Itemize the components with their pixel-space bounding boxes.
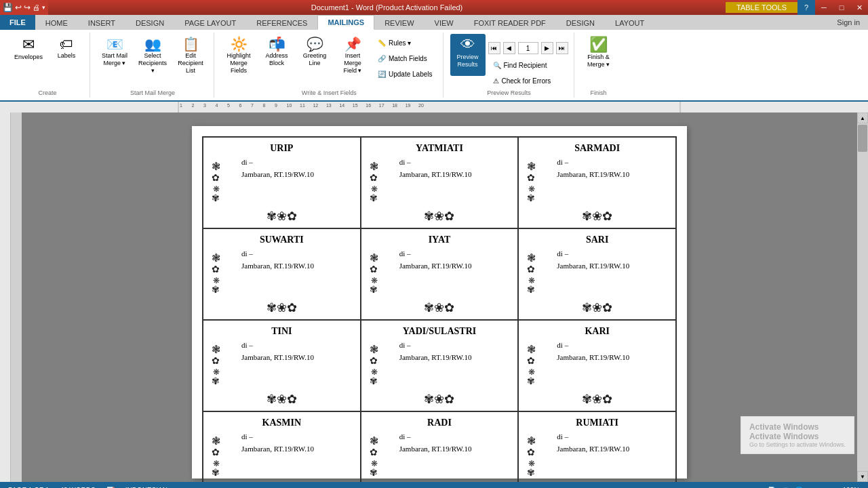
select-recipients-button[interactable]: 👥 SelectRecipients ▾ <box>135 34 170 76</box>
edit-recipient-icon: 📋 <box>182 37 199 51</box>
check-errors-icon: ⚠ <box>493 77 499 85</box>
start-mail-merge-button[interactable]: 📧 Start MailMerge ▾ <box>97 34 132 76</box>
ribbon-group-create: ✉ Envelopes 🏷 Labels Create <box>5 33 90 98</box>
greeting-line-button[interactable]: 💬 GreetingLine <box>297 34 332 76</box>
nav-next-button[interactable]: ▶ <box>541 42 553 54</box>
card-bottom-decoration: ✾❀✿ <box>267 300 297 315</box>
update-labels-button[interactable]: 🔄 Update Labels <box>373 66 437 81</box>
close-button[interactable]: ✕ <box>850 0 868 15</box>
vertical-scrollbar[interactable]: ▲ ▼ <box>857 113 868 482</box>
card-line2: Jambaran, RT.19/RW.10 <box>399 260 472 272</box>
card-rumiati: RUMIATI ❃ ✿ ❋ ✾ di – Jambaran, RT.19/RW.… <box>518 411 676 482</box>
card-text: di – Jambaran, RT.19/RW.10 <box>241 340 314 363</box>
address-block-button[interactable]: 📬 AddressBlock <box>259 34 294 76</box>
nav-last-button[interactable]: ⏭ <box>556 42 568 54</box>
card-body: ❃ ✿ ❋ ✾ di – Jambaran, RT.19/RW.10 <box>370 157 510 207</box>
scroll-down-button[interactable]: ▼ <box>857 471 868 482</box>
card-line1: di – <box>399 157 472 169</box>
qa-dropdown[interactable]: ▾ <box>42 4 45 11</box>
card-urip: URIP ❃ ✿ ❋ ✾ di – Jambaran, RT.19/RW.10 … <box>203 137 361 228</box>
card-line2: Jambaran, RT.19/RW.10 <box>557 169 629 181</box>
highlight-icon: 🔆 <box>231 37 248 51</box>
card-body: ❃ ✿ ❋ ✾ di – Jambaran, RT.19/RW.10 <box>370 248 510 299</box>
redo-icon[interactable]: ↪ <box>24 3 31 12</box>
card-line1: di – <box>557 431 629 443</box>
svg-text:✿: ✿ <box>212 264 220 274</box>
preview-results-button[interactable]: 👁 PreviewResults <box>450 34 486 76</box>
document-area: URIP ❃ ✿ ❋ ✾ di – Jambaran, RT.19/RW.10 … <box>0 113 868 482</box>
card-name: YADI/SULASTRI <box>403 326 476 337</box>
tab-layout[interactable]: LAYOUT <box>605 15 654 30</box>
svg-text:✾: ✾ <box>370 375 378 386</box>
print-icon[interactable]: 🖨 <box>33 3 40 12</box>
card-text: di – Jambaran, RT.19/RW.10 <box>399 157 472 180</box>
match-fields-button[interactable]: 🔗 Match Fields <box>373 51 437 66</box>
card-line2: Jambaran, RT.19/RW.10 <box>241 443 314 455</box>
start-mail-merge-icon: 📧 <box>106 37 123 51</box>
tab-review[interactable]: REVIEW <box>374 15 424 30</box>
status-bar: PAGE 1 OF 1 48 WORDS 📝 INDONESIAN 📄 📖 🌐 … <box>0 482 868 488</box>
tab-design2[interactable]: DESIGN <box>556 15 605 30</box>
select-recipients-icon: 👥 <box>144 37 161 51</box>
rules-button[interactable]: 📏 Rules ▾ <box>373 35 437 50</box>
card-decoration-icon: ❃ ✿ ❋ ✾ <box>527 157 553 207</box>
highlight-merge-fields-button[interactable]: 🔆 HighlightMerge Fields <box>221 34 256 76</box>
quick-access-toolbar: 💾 ↩ ↪ 🖨 ▾ <box>0 0 48 15</box>
card-text: di – Jambaran, RT.19/RW.10 <box>241 431 314 455</box>
card-body: ❃ ✿ ❋ ✾ di – Jambaran, RT.19/RW.10 <box>212 431 352 482</box>
card-decoration-icon: ❃ ✿ ❋ ✾ <box>212 340 237 390</box>
minimize-button[interactable]: ─ <box>815 0 833 15</box>
save-icon[interactable]: 💾 <box>3 3 13 12</box>
svg-text:✾: ✾ <box>370 467 378 478</box>
card-text: di – Jambaran, RT.19/RW.10 <box>241 157 314 180</box>
tab-mailings[interactable]: MAILINGS <box>317 15 374 30</box>
card-decoration-icon: ❃ ✿ ❋ ✾ <box>370 431 395 482</box>
insert-merge-field-button[interactable]: 📌 Insert MergeField ▾ <box>335 34 370 76</box>
maximize-button[interactable]: □ <box>833 0 850 15</box>
tab-references[interactable]: REFERENCES <box>246 15 317 30</box>
svg-text:✿: ✿ <box>527 264 535 274</box>
svg-text:✿: ✿ <box>370 355 378 366</box>
card-decoration-icon: ❃ ✿ ❋ ✾ <box>527 340 553 390</box>
tab-view[interactable]: VIEW <box>425 15 464 30</box>
scroll-thumb[interactable] <box>858 125 867 152</box>
document-page: URIP ❃ ✿ ❋ ✾ di – Jambaran, RT.19/RW.10 … <box>192 126 687 479</box>
card-line1: di – <box>557 340 629 352</box>
watermark: Activate Windows Activate Windows Go to … <box>741 416 854 454</box>
svg-text:✾: ✾ <box>212 375 220 386</box>
card-decoration-icon: ❃ ✿ ❋ ✾ <box>370 340 395 390</box>
nav-prev-button[interactable]: ◀ <box>503 42 515 54</box>
help-icon[interactable]: ? <box>797 0 815 15</box>
edit-recipient-list-button[interactable]: 📋 EditRecipient List <box>173 34 208 76</box>
tab-home[interactable]: HOME <box>35 15 78 30</box>
tab-design[interactable]: DESIGN <box>125 15 174 30</box>
card-line2: Jambaran, RT.19/RW.10 <box>399 169 472 181</box>
card-decoration-icon: ❃ ✿ ❋ ✾ <box>370 248 395 299</box>
ribbon-group-finish: ✅ Finish &Merge ▾ Finish <box>576 33 622 98</box>
tab-foxit[interactable]: FOXIT READER PDF <box>464 15 556 30</box>
envelopes-button[interactable]: ✉ Envelopes <box>11 34 46 76</box>
scroll-up-button[interactable]: ▲ <box>857 113 868 123</box>
svg-text:✾: ✾ <box>527 284 535 295</box>
card-bottom-decoration: ✾❀✿ <box>582 392 612 407</box>
match-fields-icon: 🔗 <box>378 55 386 62</box>
svg-text:❃: ❃ <box>212 344 220 355</box>
card-line2: Jambaran, RT.19/RW.10 <box>241 352 314 364</box>
undo-icon[interactable]: ↩ <box>15 3 22 12</box>
sign-in-button[interactable]: Sign in <box>829 15 868 30</box>
tab-insert[interactable]: INSERT <box>78 15 125 30</box>
start-mail-merge-label: Start Mail Merge <box>97 88 208 96</box>
labels-button[interactable]: 🏷 Labels <box>49 34 84 76</box>
svg-text:❃: ❃ <box>527 161 536 172</box>
tab-file[interactable]: FILE <box>0 15 35 30</box>
check-errors-button[interactable]: ⚠ Check for Errors <box>488 73 568 88</box>
finish-merge-button[interactable]: ✅ Finish &Merge ▾ <box>581 34 616 76</box>
card-bottom-decoration: ✾❀✿ <box>267 209 297 224</box>
ribbon-col-extras: 📏 Rules ▾ 🔗 Match Fields 🔄 Update Labels <box>373 34 437 81</box>
tab-page-layout[interactable]: PAGE LAYOUT <box>174 15 246 30</box>
page-number-input[interactable] <box>518 42 538 54</box>
nav-first-button[interactable]: ⏮ <box>488 42 500 54</box>
card-grid: URIP ❃ ✿ ❋ ✾ di – Jambaran, RT.19/RW.10 … <box>202 136 677 482</box>
find-recipient-button[interactable]: 🔍 Find Recipient <box>488 58 568 73</box>
card-line2: Jambaran, RT.19/RW.10 <box>399 443 472 455</box>
